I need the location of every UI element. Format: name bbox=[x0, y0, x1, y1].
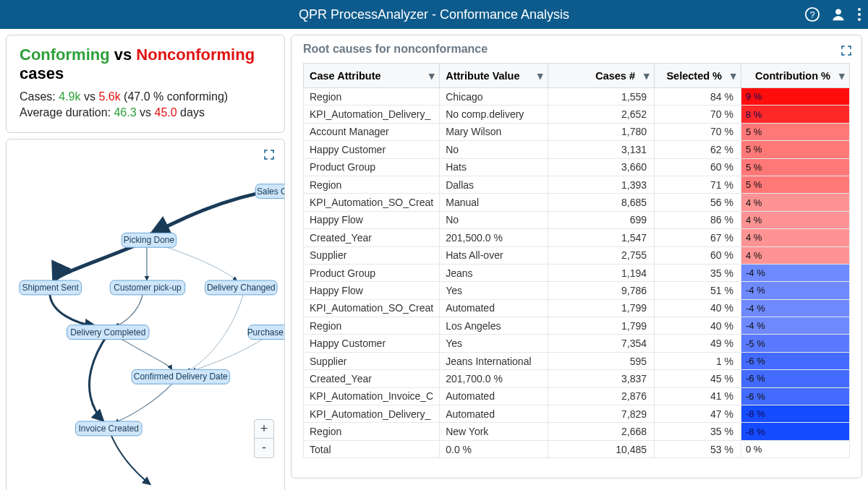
col-cases[interactable]: Cases #▾ bbox=[548, 64, 655, 88]
nonconforming-label: Nonconforming bbox=[136, 46, 255, 64]
help-icon[interactable]: ? bbox=[804, 7, 820, 22]
cell-cases: 7,354 bbox=[548, 335, 655, 352]
svg-point-2 bbox=[835, 9, 841, 14]
cell-cases: 595 bbox=[548, 352, 655, 369]
filter-icon[interactable]: ▾ bbox=[644, 70, 650, 82]
cell-selected: 47 % bbox=[655, 405, 741, 423]
svg-text:Purchase O: Purchase O bbox=[247, 327, 284, 338]
cell-selected: 53 % bbox=[655, 440, 741, 457]
cell-selected: 84 % bbox=[655, 88, 741, 106]
cell-value: Hats bbox=[440, 158, 548, 176]
cell-value: Yes bbox=[440, 335, 548, 352]
zoom-controls: + - bbox=[254, 419, 274, 458]
table-row[interactable]: SupplierJeans International5951 %-6 % bbox=[304, 352, 850, 369]
cell-value: No bbox=[440, 211, 548, 228]
node-delivery-completed[interactable]: Delivery Completed bbox=[67, 325, 149, 340]
cell-selected: 45 % bbox=[655, 370, 741, 387]
process-diagram[interactable]: Sales Or Picking Done Shipment Sent Cust… bbox=[7, 139, 284, 490]
svg-text:Picking Done: Picking Done bbox=[124, 235, 175, 245]
node-sales-order[interactable]: Sales Or bbox=[255, 184, 284, 199]
table-row[interactable]: SupplierHats All-over2,75560 %4 % bbox=[304, 246, 850, 264]
table-row[interactable]: KPI_Automation_SO_CreatManual8,68556 %4 … bbox=[304, 194, 850, 211]
root-causes-title: Root causes for nonconformance bbox=[303, 43, 850, 56]
node-customer-pickup[interactable]: Customer pick-up bbox=[110, 280, 184, 295]
svg-text:Shipment Sent: Shipment Sent bbox=[22, 283, 80, 293]
cell-contribution: 5 % bbox=[741, 176, 850, 193]
table-row[interactable]: Created_Year201,700.0 %3,83745 %-6 % bbox=[304, 370, 850, 387]
cell-cases: 2,755 bbox=[548, 246, 655, 264]
table-row[interactable]: Account ManagerMary Wilson1,78070 %5 % bbox=[304, 123, 850, 140]
table-row[interactable]: RegionChicago1,55984 %9 % bbox=[304, 88, 850, 106]
svg-text:Confirmed Delivery Date: Confirmed Delivery Date bbox=[134, 371, 228, 382]
cell-value: 201,700.0 % bbox=[440, 370, 548, 387]
cell-contribution: -8 % bbox=[741, 405, 850, 423]
node-shipment-sent[interactable]: Shipment Sent bbox=[20, 280, 82, 295]
table-row[interactable]: Happy CustomerNo3,13162 %5 % bbox=[304, 141, 850, 158]
expand-icon[interactable] bbox=[838, 43, 854, 59]
cell-attribute: KPI_Automation_Delivery_ bbox=[304, 106, 440, 123]
node-delivery-changed[interactable]: Delivery Changed bbox=[205, 280, 277, 295]
table-row[interactable]: KPI_Automation_SO_CreatAutomated1,79940 … bbox=[304, 299, 850, 317]
cell-attribute: KPI_Automation_SO_Creat bbox=[304, 194, 440, 211]
zoom-in-button[interactable]: + bbox=[255, 420, 273, 439]
cell-contribution: -8 % bbox=[741, 423, 850, 440]
filter-icon[interactable]: ▾ bbox=[839, 70, 845, 82]
table-row[interactable]: Product GroupHats3,66060 %5 % bbox=[304, 158, 850, 176]
cell-value: 0.0 % bbox=[440, 440, 548, 457]
table-row[interactable]: KPI_Automation_Delivery_Automated7,82947… bbox=[304, 405, 850, 423]
svg-text:Sales Or: Sales Or bbox=[257, 186, 284, 197]
node-purchase-order[interactable]: Purchase O bbox=[247, 325, 284, 340]
cell-selected: 86 % bbox=[655, 211, 741, 228]
cell-value: Jeans International bbox=[440, 352, 548, 369]
cell-contribution: -4 % bbox=[741, 264, 850, 281]
cell-contribution: 8 % bbox=[741, 106, 850, 123]
cell-attribute: Supplier bbox=[304, 352, 440, 369]
process-diagram-card: Sales Or Picking Done Shipment Sent Cust… bbox=[6, 139, 285, 490]
duration-line: Average duration: 46.3 vs 45.0 days bbox=[20, 106, 271, 119]
cell-value: Hats All-over bbox=[440, 246, 548, 264]
table-row[interactable]: Happy FlowYes9,78651 %-4 % bbox=[304, 282, 850, 299]
cell-attribute: Region bbox=[304, 317, 440, 335]
col-selected[interactable]: Selected %▾ bbox=[655, 64, 741, 88]
cell-cases: 8,685 bbox=[548, 194, 655, 211]
cell-cases: 3,660 bbox=[548, 158, 655, 176]
svg-point-4 bbox=[858, 13, 861, 16]
node-invoice-created[interactable]: Invoice Created bbox=[76, 421, 142, 436]
col-case-attribute[interactable]: Case Attribute▾ bbox=[304, 64, 440, 88]
table-row[interactable]: RegionLos Angeles1,79940 %-4 % bbox=[304, 317, 850, 335]
node-picking-done[interactable]: Picking Done bbox=[122, 233, 176, 247]
cell-selected: 70 % bbox=[655, 106, 741, 123]
table-row[interactable]: KPI_Automation_Delivery_No comp.delivery… bbox=[304, 106, 850, 123]
table-row[interactable]: Created_Year201,500.0 %1,54767 %4 % bbox=[304, 229, 850, 246]
col-attribute-value[interactable]: Attribute Value▾ bbox=[440, 64, 548, 88]
expand-icon[interactable] bbox=[261, 147, 277, 163]
cell-value: Automated bbox=[440, 405, 548, 423]
table-row[interactable]: KPI_Automation_Invoice_CAutomated2,87641… bbox=[304, 387, 850, 405]
cell-attribute: Happy Customer bbox=[304, 335, 440, 352]
node-confirmed-delivery-date[interactable]: Confirmed Delivery Date bbox=[132, 369, 229, 384]
table-row[interactable]: RegionNew York2,66835 %-8 % bbox=[304, 423, 850, 440]
cell-value: No bbox=[440, 141, 548, 158]
filter-icon[interactable]: ▾ bbox=[537, 70, 543, 82]
cell-selected: 49 % bbox=[655, 335, 741, 352]
cell-value: No comp.delivery bbox=[440, 106, 548, 123]
user-icon[interactable] bbox=[830, 7, 846, 22]
table-row[interactable]: Total0.0 %10,48553 %0 % bbox=[304, 440, 850, 457]
cell-value: Manual bbox=[440, 194, 548, 211]
cell-selected: 67 % bbox=[655, 229, 741, 246]
col-contribution[interactable]: Contribution %▾ bbox=[741, 64, 850, 88]
table-row[interactable]: Product GroupJeans1,19435 %-4 % bbox=[304, 264, 850, 281]
more-icon[interactable] bbox=[856, 7, 862, 22]
zoom-out-button[interactable]: - bbox=[255, 439, 273, 457]
cell-value: Yes bbox=[440, 282, 548, 299]
table-row[interactable]: Happy FlowNo69986 %4 % bbox=[304, 211, 850, 228]
table-row[interactable]: Happy CustomerYes7,35449 %-5 % bbox=[304, 335, 850, 352]
header-actions: ? bbox=[804, 7, 862, 22]
table-row[interactable]: RegionDallas1,39371 %5 % bbox=[304, 176, 850, 193]
filter-icon[interactable]: ▾ bbox=[731, 70, 736, 82]
conforming-label: Conforming bbox=[20, 46, 110, 64]
filter-icon[interactable]: ▾ bbox=[429, 70, 435, 82]
cell-contribution: -6 % bbox=[741, 352, 850, 369]
cell-value: Los Angeles bbox=[440, 317, 548, 335]
cell-attribute: Created_Year bbox=[304, 370, 440, 387]
